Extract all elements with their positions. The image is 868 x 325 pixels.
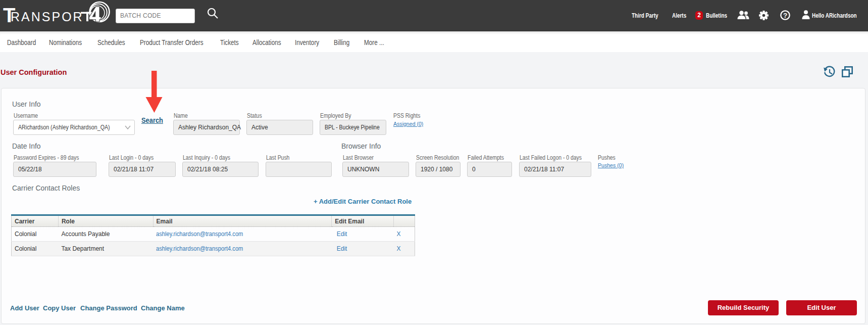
svg-text:?: ? [783, 12, 787, 19]
svg-text:RANSPOR: RANSPOR [11, 10, 84, 24]
